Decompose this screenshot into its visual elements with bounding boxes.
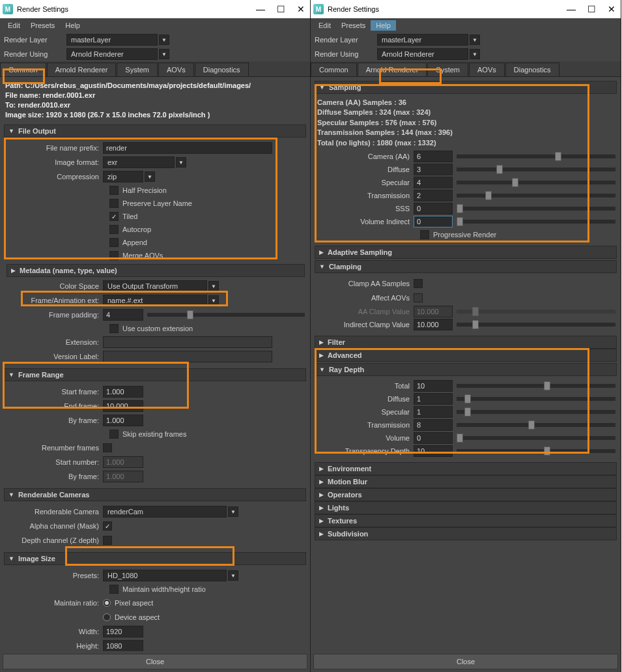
section-subdivision[interactable]: ▶Subdivision xyxy=(315,527,617,540)
ray-transmission-slider[interactable] xyxy=(457,423,615,427)
ray-transmission-input[interactable] xyxy=(414,419,453,431)
ray-total-slider[interactable] xyxy=(457,384,615,388)
render-using-select[interactable]: Arnold Renderer xyxy=(66,48,158,60)
specular-samples-input[interactable] xyxy=(414,177,453,188)
menu-edit[interactable]: Edit xyxy=(313,20,336,31)
render-layer-select[interactable]: masterLayer xyxy=(377,34,468,46)
width-input[interactable] xyxy=(103,626,143,637)
tab-diagnostics[interactable]: Diagnostics xyxy=(195,63,249,76)
dropdown-icon[interactable]: ▼ xyxy=(159,49,169,59)
tab-aovs[interactable]: AOVs xyxy=(469,63,505,76)
preserve-layer-checkbox[interactable] xyxy=(109,199,119,208)
transparency-depth-slider[interactable] xyxy=(457,449,615,453)
by-frame-input[interactable] xyxy=(103,415,143,426)
tab-arnold[interactable]: Arnold Renderer xyxy=(358,63,427,76)
ray-diffuse-slider[interactable] xyxy=(457,397,615,401)
section-cameras[interactable]: ▼Renderable Cameras xyxy=(4,488,306,501)
clamp-aa-checkbox[interactable] xyxy=(414,279,423,288)
sss-samples-input[interactable] xyxy=(414,203,453,214)
camera-aa-input[interactable] xyxy=(414,151,453,162)
frame-ext-select[interactable]: name.#.ext xyxy=(103,295,207,306)
pixel-aspect-radio[interactable] xyxy=(103,599,111,607)
start-frame-input[interactable] xyxy=(103,386,143,398)
close-dialog-button[interactable]: Close xyxy=(3,654,307,669)
colorspace-select[interactable]: Use Output Transform xyxy=(103,280,207,292)
volume-indirect-slider[interactable] xyxy=(457,220,615,224)
dropdown-icon[interactable]: ▼ xyxy=(159,35,169,45)
maintain-ratio-checkbox[interactable] xyxy=(109,585,119,594)
tab-system[interactable]: System xyxy=(117,63,158,76)
append-checkbox[interactable] xyxy=(109,238,119,247)
section-operators[interactable]: ▶Operators xyxy=(315,488,617,501)
section-environment[interactable]: ▶Environment xyxy=(315,462,617,475)
transmission-samples-input[interactable] xyxy=(414,190,453,201)
ray-volume-input[interactable] xyxy=(414,432,453,444)
tab-diagnostics[interactable]: Diagnostics xyxy=(505,63,559,76)
menu-help[interactable]: Help xyxy=(371,20,396,31)
file-prefix-input[interactable] xyxy=(103,142,272,154)
section-sampling[interactable]: ▼Sampling xyxy=(315,81,617,94)
compression-select[interactable]: zip xyxy=(103,171,143,183)
autocrop-checkbox[interactable] xyxy=(109,225,119,234)
depth-channel-checkbox[interactable] xyxy=(103,536,112,545)
section-adaptive-sampling[interactable]: ▶Adaptive Sampling xyxy=(315,246,617,259)
minimize-button[interactable]: — xyxy=(567,4,576,14)
diffuse-samples-slider[interactable] xyxy=(457,168,615,171)
custom-ext-checkbox[interactable] xyxy=(109,324,119,333)
renderable-camera-select[interactable]: renderCam xyxy=(103,506,227,518)
indirect-clamp-input[interactable] xyxy=(414,319,453,330)
section-filter[interactable]: ▶Filter xyxy=(315,336,617,349)
camera-aa-slider[interactable] xyxy=(457,154,615,158)
volume-indirect-input[interactable] xyxy=(414,216,453,227)
end-frame-input[interactable] xyxy=(103,400,143,412)
size-presets-select[interactable]: HD_1080 xyxy=(103,570,227,581)
tab-arnold[interactable]: Arnold Renderer xyxy=(47,63,117,76)
diffuse-samples-input[interactable] xyxy=(414,164,453,175)
section-motion-blur[interactable]: ▶Motion Blur xyxy=(315,475,617,488)
close-dialog-button[interactable]: Close xyxy=(313,654,618,669)
dropdown-icon[interactable]: ▼ xyxy=(145,171,155,182)
dropdown-icon[interactable]: ▼ xyxy=(470,35,480,45)
tab-common[interactable]: Common xyxy=(311,63,357,76)
sss-samples-slider[interactable] xyxy=(457,207,615,211)
device-aspect-radio[interactable] xyxy=(103,613,111,621)
indirect-clamp-slider[interactable] xyxy=(457,323,615,327)
section-textures[interactable]: ▶Textures xyxy=(315,514,617,527)
renumber-frames-checkbox[interactable] xyxy=(103,443,112,452)
dropdown-icon[interactable]: ▼ xyxy=(470,49,480,59)
maximize-button[interactable]: ☐ xyxy=(587,4,596,14)
dropdown-icon[interactable]: ▼ xyxy=(228,570,238,581)
section-metadata[interactable]: ▶Metadata (name, type, value) xyxy=(7,264,305,277)
frame-padding-slider[interactable] xyxy=(147,313,305,317)
menu-presets[interactable]: Presets xyxy=(25,20,60,31)
progressive-render-checkbox[interactable] xyxy=(420,230,429,239)
section-file-output[interactable]: ▼File Output xyxy=(4,124,306,138)
render-layer-select[interactable]: masterLayer xyxy=(66,34,158,46)
image-format-select[interactable]: exr xyxy=(103,156,175,168)
specular-samples-slider[interactable] xyxy=(457,181,615,184)
tab-common[interactable]: Common xyxy=(0,63,46,76)
dropdown-icon[interactable]: ▼ xyxy=(176,157,186,168)
ray-specular-input[interactable] xyxy=(414,406,453,418)
tab-aovs[interactable]: AOVs xyxy=(158,63,194,76)
ray-diffuse-input[interactable] xyxy=(414,393,453,405)
section-lights[interactable]: ▶Lights xyxy=(315,501,617,514)
menu-presets[interactable]: Presets xyxy=(336,20,371,31)
frame-padding-input[interactable] xyxy=(103,309,143,321)
skip-existing-checkbox[interactable] xyxy=(109,430,119,439)
minimize-button[interactable]: — xyxy=(256,4,265,14)
tab-system[interactable]: System xyxy=(427,63,468,76)
dropdown-icon[interactable]: ▼ xyxy=(228,506,238,517)
section-ray-depth[interactable]: ▼Ray Depth xyxy=(315,363,617,376)
ray-total-input[interactable] xyxy=(414,380,453,392)
ray-specular-slider[interactable] xyxy=(457,410,615,414)
dropdown-icon[interactable]: ▼ xyxy=(208,295,219,306)
tiled-checkbox[interactable] xyxy=(109,212,119,221)
section-image-size[interactable]: ▼Image Size xyxy=(4,552,306,565)
render-using-select[interactable]: Arnold Renderer xyxy=(377,48,468,60)
height-input[interactable] xyxy=(103,640,143,651)
close-button[interactable]: ✕ xyxy=(297,4,305,14)
alpha-channel-checkbox[interactable] xyxy=(103,521,112,531)
section-advanced[interactable]: ▶Advanced xyxy=(315,349,617,362)
ray-volume-slider[interactable] xyxy=(457,436,615,440)
